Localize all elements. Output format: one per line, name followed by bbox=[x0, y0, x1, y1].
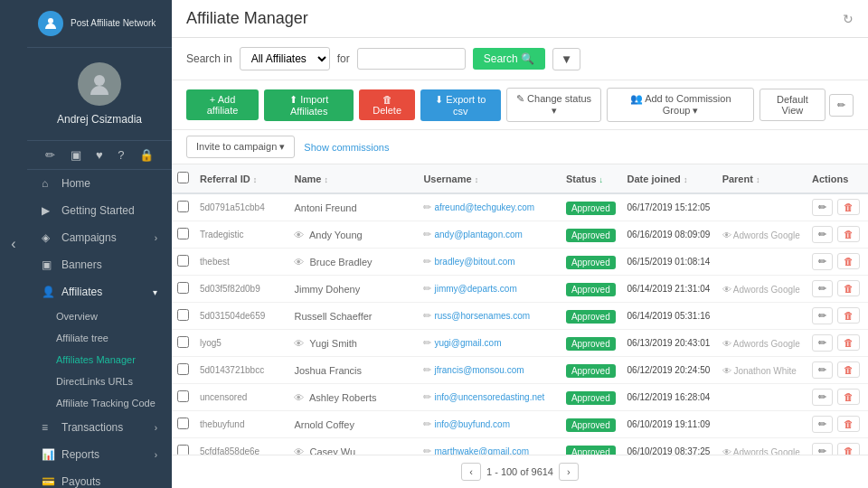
referral-id-column[interactable]: Referral ID ↕ bbox=[194, 164, 288, 193]
edit-row-button[interactable]: ✏ bbox=[812, 334, 833, 352]
row-checkbox[interactable] bbox=[177, 418, 189, 429]
filter-button[interactable]: ▼ bbox=[552, 48, 580, 70]
sidebar-sub-directlinks-urls[interactable]: DirectLinks URLs bbox=[27, 371, 172, 392]
delete-row-button[interactable]: 🗑 bbox=[837, 226, 860, 242]
delete-row-button[interactable]: 🗑 bbox=[837, 199, 860, 215]
username-cell: ✏ jfrancis@monsou.com bbox=[418, 357, 561, 384]
sidebar-sub-affiliates-manager[interactable]: Affiliates Manager bbox=[27, 349, 172, 371]
edit-row-button[interactable]: ✏ bbox=[812, 253, 833, 270]
sidebar-item-banners[interactable]: ▣ Banners bbox=[27, 251, 172, 278]
parent-badge: 👁 Adwords Google bbox=[722, 230, 800, 240]
edit-row-button[interactable]: ✏ bbox=[812, 443, 833, 455]
invite-to-campaign-button[interactable]: Invite to campaign ▾ bbox=[186, 136, 295, 158]
name-cell: 👁 Ashley Roberts bbox=[288, 384, 418, 411]
sidebar-item-payouts[interactable]: 💳 Payouts bbox=[27, 468, 172, 488]
eye-icon[interactable]: 👁 bbox=[294, 230, 304, 240]
row-checkbox[interactable] bbox=[177, 255, 189, 267]
status-cell: Approved bbox=[561, 276, 622, 303]
edit-row-button[interactable]: ✏ bbox=[812, 361, 833, 379]
campaigns-arrow: › bbox=[155, 233, 157, 243]
row-checkbox[interactable] bbox=[177, 282, 189, 294]
status-cell: Approved bbox=[561, 384, 622, 411]
search-toolbar: Search in All Affiliates for Search 🔍 ▼ bbox=[172, 38, 868, 80]
prev-page-button[interactable]: ‹ bbox=[461, 463, 481, 481]
change-status-button[interactable]: ✎ Change status ▾ bbox=[506, 88, 602, 122]
delete-row-button[interactable]: 🗑 bbox=[837, 307, 860, 324]
date-joined-column[interactable]: Date joined ↕ bbox=[622, 164, 717, 193]
select-all-checkbox[interactable] bbox=[177, 172, 189, 183]
name-column[interactable]: Name ↕ bbox=[288, 164, 418, 193]
monitor-icon[interactable]: ▣ bbox=[71, 148, 81, 162]
delete-button[interactable]: 🗑 Delete bbox=[359, 89, 415, 120]
actions-cell: ✏ 🗑 bbox=[807, 357, 868, 384]
status-column[interactable]: Status ↓ bbox=[561, 164, 622, 193]
eye-icon[interactable]: 👁 bbox=[294, 338, 304, 349]
delete-row-button[interactable]: 🗑 bbox=[837, 280, 860, 296]
username-cell: ✏ afreund@techgukey.com bbox=[418, 193, 561, 221]
edit-row-button[interactable]: ✏ bbox=[812, 226, 833, 243]
refresh-icon[interactable]: ↻ bbox=[843, 12, 854, 26]
search-button[interactable]: Search 🔍 bbox=[473, 48, 545, 70]
search-input[interactable] bbox=[357, 48, 466, 70]
parent-cell bbox=[717, 303, 807, 330]
sidebar-item-reports[interactable]: 📊 Reports › bbox=[27, 441, 172, 468]
status-cell: Approved bbox=[561, 357, 622, 384]
delete-row-button[interactable]: 🗑 bbox=[837, 361, 860, 378]
row-checkbox[interactable] bbox=[177, 336, 189, 348]
referral-id-cell: uncensored bbox=[194, 384, 288, 411]
edit-row-button[interactable]: ✏ bbox=[812, 389, 833, 406]
search-select[interactable]: All Affiliates bbox=[240, 47, 330, 70]
delete-row-button[interactable]: 🗑 bbox=[837, 334, 860, 351]
main-content: Affiliate Manager ↻ Search in All Affili… bbox=[172, 0, 868, 488]
eye-icon[interactable]: 👁 bbox=[294, 446, 304, 455]
sidebar-item-affiliates[interactable]: 👤 Affiliates ▾ bbox=[27, 278, 172, 305]
edit-row-button[interactable]: ✏ bbox=[812, 416, 833, 433]
back-button[interactable]: ‹ bbox=[0, 0, 27, 488]
lock-icon[interactable]: 🔒 bbox=[139, 148, 154, 162]
actions-cell: ✏ 🗑 bbox=[807, 221, 868, 249]
date-joined-cell: 06/12/2019 16:28:04 bbox=[622, 384, 717, 411]
parent-column[interactable]: Parent ↕ bbox=[717, 164, 807, 193]
help-icon[interactable]: ? bbox=[118, 148, 124, 162]
row-checkbox[interactable] bbox=[177, 201, 189, 212]
status-cell: Approved bbox=[561, 193, 622, 221]
show-commissions-button[interactable]: Show commissions bbox=[304, 136, 389, 158]
delete-row-button[interactable]: 🗑 bbox=[837, 253, 860, 269]
edit-icon[interactable]: ✏ bbox=[45, 148, 55, 162]
referral-id-cell: 5d0791a51cbb4 bbox=[194, 193, 288, 221]
edit-row-button[interactable]: ✏ bbox=[812, 199, 833, 216]
delete-row-button[interactable]: 🗑 bbox=[837, 389, 860, 405]
export-csv-button[interactable]: ⬇ Export to csv bbox=[420, 89, 501, 121]
eye-icon[interactable]: 👁 bbox=[294, 257, 304, 267]
row-checkbox[interactable] bbox=[177, 390, 189, 402]
actions-cell: ✏ 🗑 bbox=[807, 303, 868, 330]
sidebar-sub-overview[interactable]: Overview bbox=[27, 305, 172, 327]
edit-view-button[interactable]: ✏ bbox=[829, 94, 854, 117]
heart-icon[interactable]: ♥ bbox=[96, 148, 103, 162]
sidebar-item-home[interactable]: ⌂ Home bbox=[27, 170, 172, 197]
sidebar-sub-affiliate-tracking-code[interactable]: Affiliate Tracking Code bbox=[27, 392, 172, 414]
import-affiliates-button[interactable]: ⬆ Import Affiliates bbox=[264, 89, 354, 121]
row-checkbox[interactable] bbox=[177, 228, 189, 239]
sidebar-item-campaigns[interactable]: ◈ Campaigns › bbox=[27, 224, 172, 251]
row-checkbox[interactable] bbox=[177, 445, 189, 455]
edit-row-button[interactable]: ✏ bbox=[812, 280, 833, 297]
table-row: thebest 👁 Bruce Bradley ✏ bradley@bitout… bbox=[172, 249, 868, 276]
date-joined-cell: 06/15/2019 01:08:14 bbox=[622, 249, 717, 276]
delete-row-button[interactable]: 🗑 bbox=[837, 443, 860, 455]
sidebar-sub-affiliate-tree[interactable]: Affiliate tree bbox=[27, 327, 172, 349]
sidebar-item-transactions[interactable]: ≡ Transactions › bbox=[27, 414, 172, 441]
topbar: Affiliate Manager ↻ bbox=[172, 0, 868, 38]
row-checkbox[interactable] bbox=[177, 309, 189, 321]
delete-row-button[interactable]: 🗑 bbox=[837, 416, 860, 432]
add-to-commission-group-button[interactable]: 👥 Add to Commission Group ▾ bbox=[607, 88, 753, 122]
default-view-button[interactable]: Default View bbox=[760, 89, 826, 121]
next-page-button[interactable]: › bbox=[559, 463, 579, 481]
sidebar-item-getting-started[interactable]: ▶ Getting Started bbox=[27, 197, 172, 224]
row-checkbox[interactable] bbox=[177, 363, 189, 375]
eye-icon[interactable]: 👁 bbox=[294, 392, 304, 403]
edit-row-button[interactable]: ✏ bbox=[812, 307, 833, 324]
username-column[interactable]: Username ↕ bbox=[418, 164, 561, 193]
referral-id-cell: 5d031504de659 bbox=[194, 303, 288, 330]
add-affiliate-button[interactable]: + Add affiliate bbox=[186, 89, 259, 120]
